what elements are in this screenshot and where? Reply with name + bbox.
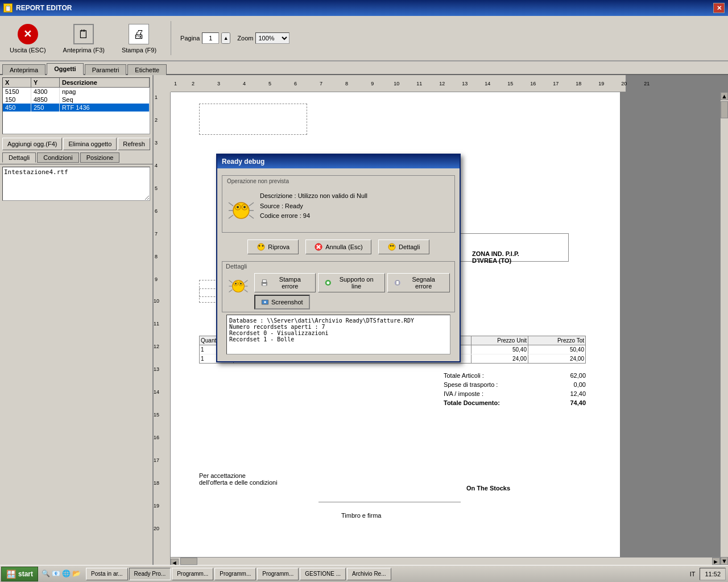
taskbar-ready-label: Ready Pro...	[134, 571, 166, 577]
retry-button[interactable]: Riprova	[247, 240, 299, 254]
taskbar-item-programm3[interactable]: Programm...	[257, 568, 299, 580]
dialog-body: Operazione non prevista	[217, 168, 460, 361]
detail-buttons: Stampa errore Supporto on line	[222, 271, 454, 312]
error-text: Descrizione : Utilizzo non valido di Nul…	[260, 191, 367, 225]
taskbar-item-ready[interactable]: Ready Pro...	[129, 568, 171, 580]
taskbar-posta-label: Posta in ar...	[91, 571, 123, 577]
svg-point-11	[258, 243, 264, 250]
taskbar-prog3-label: Programm...	[262, 571, 293, 577]
svg-point-40	[264, 301, 266, 303]
svg-point-30	[240, 283, 242, 284]
details-label: Dettagli	[399, 243, 420, 250]
retry-label: Riprova	[268, 243, 289, 250]
svg-point-17	[388, 243, 395, 250]
svg-point-35	[326, 281, 329, 284]
taskbar-items: Posta in ar... Ready Pro... Programm... …	[84, 568, 685, 580]
dialog-buttons: Riprova Annulla (Esc)	[222, 235, 455, 259]
svg-point-19	[392, 245, 394, 247]
cancel-button[interactable]: Annulla (Esc)	[305, 240, 371, 254]
svg-rect-33	[262, 284, 266, 286]
bug-icon	[227, 191, 255, 225]
error-icon-area: Descrizione : Utilizzo non valido di Nul…	[227, 187, 450, 230]
error-description: Descrizione : Utilizzo non valido di Nul…	[260, 191, 367, 201]
support-label: Supporto on line	[334, 276, 379, 290]
taskbar-prog2-label: Programm...	[220, 571, 251, 577]
taskbar-item-programm2[interactable]: Programm...	[214, 568, 256, 580]
retry-icon	[257, 242, 266, 251]
start-button[interactable]: 🪟 start	[1, 567, 38, 581]
report-error-button[interactable]: Segnala errore	[387, 273, 450, 292]
taskbar-icon-4[interactable]: 📂	[72, 569, 81, 579]
screenshot-label: Screenshot	[271, 299, 303, 306]
language-indicator: IT	[688, 571, 698, 577]
svg-line-28	[245, 290, 248, 292]
error-code: Codice errore : 94	[260, 211, 367, 221]
screenshot-icon	[261, 298, 269, 306]
print-error-label: Stampa errore	[271, 276, 309, 290]
cancel-icon	[314, 242, 323, 251]
detail-btn-group: Stampa errore Supporto on line	[254, 273, 450, 309]
dialog-overlay: Ready debug Operazione non prevista	[0, 0, 728, 582]
log-line4: Recordset 1 - Bolle	[229, 336, 448, 342]
taskbar-icon-2[interactable]: 📧	[52, 569, 61, 579]
report-icon	[394, 279, 402, 287]
svg-point-18	[390, 245, 392, 247]
svg-line-23	[229, 280, 233, 283]
svg-line-7	[229, 215, 233, 218]
details-section: Dettagli	[222, 261, 455, 312]
svg-line-27	[229, 290, 233, 292]
log-area: Database : \\Server\dati\Archivio Ready\…	[226, 315, 450, 354]
svg-line-3	[229, 203, 233, 206]
taskbar-icon-1[interactable]: 🔍	[42, 569, 51, 579]
support-online-button[interactable]: Supporto on line	[318, 273, 385, 292]
log-line2: Numero recordsets aperti : 7	[229, 324, 448, 330]
printer-icon	[260, 279, 268, 287]
system-clock: 11:52	[700, 568, 726, 580]
taskbar-quick-icons: 🔍 📧 🌐 📂	[39, 569, 84, 579]
details-title: Dettagli	[222, 262, 454, 271]
taskbar-gestione-label: GESTIONE ...	[305, 571, 341, 577]
screenshot-button[interactable]: Screenshot	[254, 295, 310, 309]
svg-point-10	[243, 206, 246, 208]
taskbar: 🪟 start 🔍 📧 🌐 📂 Posta in ar... Ready Pro…	[0, 565, 728, 582]
dialog-title-text: Ready debug	[222, 158, 264, 166]
detail-btn-row1: Stampa errore Supporto on line	[254, 273, 450, 292]
taskbar-item-archivio[interactable]: Archivio Re...	[347, 568, 391, 580]
cancel-label: Annulla (Esc)	[325, 243, 362, 250]
details-button[interactable]: Dettagli	[378, 240, 429, 254]
report-error-label: Segnala errore	[403, 276, 444, 290]
section-title: Operazione non prevista	[227, 178, 450, 184]
ready-debug-dialog: Ready debug Operazione non prevista	[216, 154, 461, 362]
taskbar-icon-3[interactable]: 🌐	[62, 569, 71, 579]
taskbar-item-gestione[interactable]: GESTIONE ...	[300, 568, 346, 580]
error-source: Source : Ready	[260, 201, 367, 212]
svg-line-4	[249, 203, 254, 206]
svg-point-29	[235, 283, 237, 284]
svg-point-12	[259, 245, 260, 247]
log-line1: Database : \\Server\dati\Archivio Ready\…	[229, 317, 448, 324]
taskbar-prog1-label: Programm...	[177, 571, 208, 577]
start-label: start	[18, 570, 33, 578]
support-icon	[324, 279, 332, 287]
svg-point-13	[262, 245, 264, 247]
svg-line-24	[245, 280, 248, 283]
svg-rect-37	[396, 281, 399, 285]
taskbar-item-posta[interactable]: Posta in ar...	[86, 568, 128, 580]
svg-line-8	[249, 215, 254, 218]
detail-btn-row2: Screenshot	[254, 295, 450, 309]
taskbar-tray: IT 11:52	[685, 568, 728, 580]
dialog-title: Ready debug	[217, 155, 460, 168]
svg-rect-32	[262, 280, 266, 282]
svg-point-9	[237, 206, 239, 208]
details-bug-icon	[227, 273, 250, 296]
taskbar-item-programm1[interactable]: Programm...	[172, 568, 213, 580]
print-error-button[interactable]: Stampa errore	[254, 273, 316, 292]
taskbar-archivio-label: Archivio Re...	[352, 571, 386, 577]
error-section: Operazione non prevista	[222, 175, 455, 233]
log-line3: Recordset 0 - Visualizzazioni	[229, 330, 448, 336]
details-icon	[387, 242, 396, 251]
